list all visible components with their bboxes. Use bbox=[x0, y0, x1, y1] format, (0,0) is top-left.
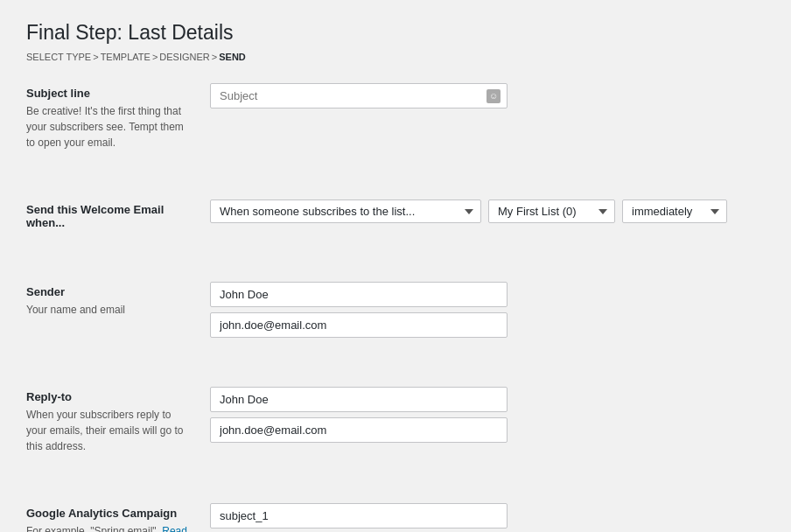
sender-fields bbox=[210, 282, 765, 338]
reply-to-label: Reply-to bbox=[26, 390, 192, 403]
reply-to-email-input[interactable] bbox=[210, 417, 508, 443]
breadcrumb-select-type: SELECT TYPE bbox=[26, 52, 91, 62]
reply-to-section: Reply-to When your subscribers reply to … bbox=[26, 387, 765, 479]
subject-label: Subject line bbox=[26, 87, 192, 100]
send-when-section: Send this Welcome Email when... When som… bbox=[26, 200, 765, 257]
analytics-section: Google Analytics Campaign For example, "… bbox=[26, 503, 765, 532]
analytics-label: Google Analytics Campaign bbox=[26, 507, 192, 520]
reply-to-fields bbox=[210, 387, 765, 443]
trigger-select[interactable]: When someone subscribes to the list... bbox=[210, 200, 481, 223]
reply-to-field-col bbox=[210, 387, 765, 443]
reply-to-label-col: Reply-to When your subscribers reply to … bbox=[26, 387, 210, 454]
timing-select[interactable]: immediately bbox=[622, 200, 727, 223]
breadcrumb-send: SEND bbox=[219, 52, 246, 62]
sender-name-input[interactable] bbox=[210, 282, 508, 307]
analytics-desc-text: For example, "Spring email". bbox=[26, 525, 159, 532]
send-when-label: Send this Welcome Email when... bbox=[26, 203, 192, 229]
analytics-field-col bbox=[210, 503, 765, 528]
send-when-field-col: When someone subscribes to the list... M… bbox=[210, 200, 765, 223]
sender-section: Sender Your name and email bbox=[26, 282, 765, 362]
send-when-label-col: Send this Welcome Email when... bbox=[26, 200, 210, 233]
analytics-input[interactable] bbox=[210, 503, 508, 528]
breadcrumb-sep-1: > bbox=[93, 52, 98, 62]
sender-description: Your name and email bbox=[26, 302, 192, 318]
sender-field-col bbox=[210, 282, 765, 338]
page-title: Final Step: Last Details bbox=[26, 21, 765, 45]
when-row: When someone subscribes to the list... M… bbox=[210, 200, 765, 223]
subject-input-wrapper: ☺ bbox=[210, 83, 508, 108]
breadcrumb-sep-3: > bbox=[212, 52, 217, 62]
reply-to-name-input[interactable] bbox=[210, 387, 508, 412]
emoji-icon[interactable]: ☺ bbox=[486, 89, 500, 103]
subject-label-col: Subject line Be creative! It's the first… bbox=[26, 83, 210, 150]
subject-field-col: ☺ bbox=[210, 83, 765, 108]
breadcrumb-designer: DESIGNER bbox=[159, 52, 209, 62]
analytics-label-col: Google Analytics Campaign For example, "… bbox=[26, 503, 210, 532]
page-container: Final Step: Last Details SELECT TYPE > T… bbox=[0, 0, 791, 532]
sender-label: Sender bbox=[26, 285, 192, 298]
subject-description: Be creative! It's the first thing that y… bbox=[26, 103, 192, 150]
sender-email-input[interactable] bbox=[210, 312, 508, 338]
subject-section: Subject line Be creative! It's the first… bbox=[26, 83, 765, 175]
list-select[interactable]: My First List (0) bbox=[488, 200, 615, 223]
subject-input[interactable] bbox=[210, 83, 508, 108]
sender-label-col: Sender Your name and email bbox=[26, 282, 210, 318]
breadcrumb: SELECT TYPE > TEMPLATE > DESIGNER > SEND bbox=[26, 52, 765, 62]
analytics-description: For example, "Spring email". Read the gu… bbox=[26, 523, 192, 532]
breadcrumb-sep-2: > bbox=[152, 52, 158, 62]
reply-to-description: When your subscribers reply to your emai… bbox=[26, 407, 192, 454]
breadcrumb-template: TEMPLATE bbox=[101, 52, 150, 62]
